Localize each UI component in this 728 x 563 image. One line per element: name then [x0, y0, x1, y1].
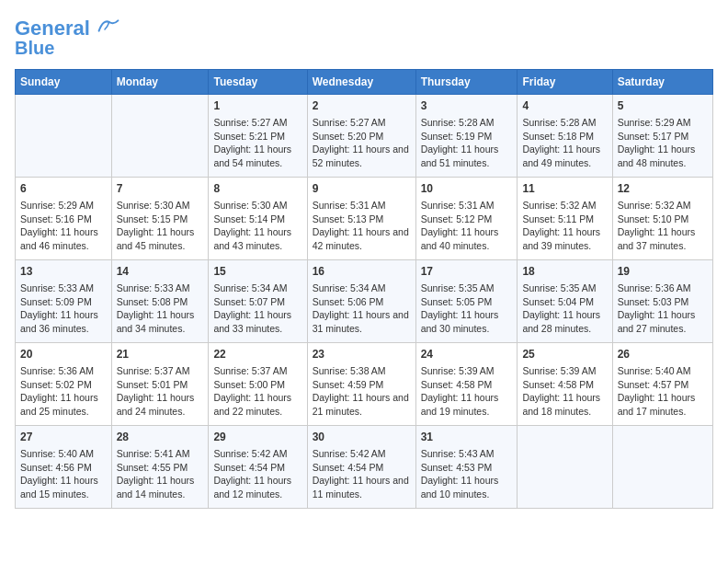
- day-info: Sunrise: 5:32 AM Sunset: 5:10 PM Dayligh…: [618, 200, 696, 251]
- day-number: 22: [213, 347, 301, 362]
- day-header-sunday: Sunday: [16, 70, 112, 95]
- calendar-cell: 28Sunrise: 5:41 AM Sunset: 4:55 PM Dayli…: [111, 426, 209, 509]
- day-info: Sunrise: 5:31 AM Sunset: 5:12 PM Dayligh…: [421, 200, 499, 251]
- day-number: 21: [117, 347, 204, 362]
- calendar-cell: 17Sunrise: 5:35 AM Sunset: 5:05 PM Dayli…: [415, 260, 518, 343]
- day-header-friday: Friday: [518, 70, 612, 95]
- day-info: Sunrise: 5:36 AM Sunset: 5:02 PM Dayligh…: [20, 365, 98, 417]
- day-number: 31: [421, 430, 513, 445]
- week-row-5: 27Sunrise: 5:40 AM Sunset: 4:56 PM Dayli…: [16, 426, 713, 509]
- day-info: Sunrise: 5:33 AM Sunset: 5:09 PM Dayligh…: [20, 282, 98, 334]
- day-info: Sunrise: 5:40 AM Sunset: 4:56 PM Dayligh…: [20, 448, 98, 500]
- day-number: 3: [421, 98, 513, 114]
- day-number: 23: [313, 347, 411, 362]
- day-info: Sunrise: 5:39 AM Sunset: 4:58 PM Dayligh…: [522, 365, 600, 417]
- calendar-cell: 1Sunrise: 5:27 AM Sunset: 5:21 PM Daylig…: [209, 95, 307, 178]
- day-info: Sunrise: 5:43 AM Sunset: 4:53 PM Dayligh…: [421, 448, 499, 500]
- calendar-cell: 27Sunrise: 5:40 AM Sunset: 4:56 PM Dayli…: [16, 426, 112, 509]
- week-row-2: 6Sunrise: 5:29 AM Sunset: 5:16 PM Daylig…: [16, 178, 713, 260]
- day-number: 27: [20, 430, 107, 445]
- day-info: Sunrise: 5:37 AM Sunset: 5:00 PM Dayligh…: [213, 365, 291, 417]
- calendar-cell: 23Sunrise: 5:38 AM Sunset: 4:59 PM Dayli…: [307, 343, 415, 426]
- logo-text2: Blue: [15, 38, 119, 58]
- day-info: Sunrise: 5:42 AM Sunset: 4:54 PM Dayligh…: [313, 448, 409, 500]
- calendar-cell: 29Sunrise: 5:42 AM Sunset: 4:54 PM Dayli…: [209, 426, 307, 509]
- day-header-saturday: Saturday: [612, 70, 712, 95]
- day-header-thursday: Thursday: [415, 70, 518, 95]
- day-number: 16: [313, 264, 411, 280]
- day-number: 7: [117, 181, 204, 197]
- day-number: 4: [522, 98, 607, 114]
- day-number: 28: [117, 430, 204, 445]
- week-row-1: 1Sunrise: 5:27 AM Sunset: 5:21 PM Daylig…: [16, 95, 713, 178]
- day-header-monday: Monday: [111, 70, 209, 95]
- calendar-cell: 14Sunrise: 5:33 AM Sunset: 5:08 PM Dayli…: [111, 260, 209, 343]
- calendar-cell: 22Sunrise: 5:37 AM Sunset: 5:00 PM Dayli…: [209, 343, 307, 426]
- calendar-cell: 24Sunrise: 5:39 AM Sunset: 4:58 PM Dayli…: [415, 343, 518, 426]
- calendar-cell: 18Sunrise: 5:35 AM Sunset: 5:04 PM Dayli…: [518, 260, 612, 343]
- calendar-cell: 3Sunrise: 5:28 AM Sunset: 5:19 PM Daylig…: [415, 95, 518, 178]
- day-info: Sunrise: 5:42 AM Sunset: 4:54 PM Dayligh…: [213, 448, 291, 500]
- day-number: 1: [213, 98, 301, 114]
- calendar-cell: 20Sunrise: 5:36 AM Sunset: 5:02 PM Dayli…: [16, 343, 112, 426]
- day-number: 10: [421, 181, 513, 197]
- logo-text: General: [15, 15, 119, 40]
- day-number: 30: [313, 430, 411, 445]
- calendar-cell: 2Sunrise: 5:27 AM Sunset: 5:20 PM Daylig…: [307, 95, 415, 178]
- week-row-3: 13Sunrise: 5:33 AM Sunset: 5:09 PM Dayli…: [16, 260, 713, 343]
- day-info: Sunrise: 5:27 AM Sunset: 5:20 PM Dayligh…: [313, 117, 409, 168]
- day-info: Sunrise: 5:38 AM Sunset: 4:59 PM Dayligh…: [313, 365, 409, 417]
- day-info: Sunrise: 5:30 AM Sunset: 5:14 PM Dayligh…: [213, 200, 291, 251]
- calendar-table: SundayMondayTuesdayWednesdayThursdayFrid…: [15, 69, 713, 509]
- day-info: Sunrise: 5:40 AM Sunset: 4:57 PM Dayligh…: [618, 365, 696, 417]
- calendar-cell: 10Sunrise: 5:31 AM Sunset: 5:12 PM Dayli…: [415, 178, 518, 260]
- calendar-cell: [16, 95, 112, 178]
- calendar-cell: 16Sunrise: 5:34 AM Sunset: 5:06 PM Dayli…: [307, 260, 415, 343]
- day-info: Sunrise: 5:39 AM Sunset: 4:58 PM Dayligh…: [421, 365, 499, 417]
- calendar-cell: 30Sunrise: 5:42 AM Sunset: 4:54 PM Dayli…: [307, 426, 415, 509]
- calendar-cell: 8Sunrise: 5:30 AM Sunset: 5:14 PM Daylig…: [209, 178, 307, 260]
- day-number: 2: [313, 98, 411, 114]
- logo: General Blue: [15, 15, 119, 58]
- calendar-cell: 31Sunrise: 5:43 AM Sunset: 4:53 PM Dayli…: [415, 426, 518, 509]
- day-number: 9: [313, 181, 411, 197]
- day-info: Sunrise: 5:27 AM Sunset: 5:21 PM Dayligh…: [213, 117, 291, 168]
- day-number: 24: [421, 347, 513, 362]
- day-number: 12: [618, 181, 708, 197]
- day-number: 5: [618, 98, 708, 114]
- day-info: Sunrise: 5:37 AM Sunset: 5:01 PM Dayligh…: [117, 365, 195, 417]
- day-number: 6: [20, 181, 107, 197]
- day-info: Sunrise: 5:28 AM Sunset: 5:18 PM Dayligh…: [522, 117, 600, 168]
- day-number: 20: [20, 347, 107, 362]
- day-info: Sunrise: 5:35 AM Sunset: 5:04 PM Dayligh…: [522, 282, 600, 334]
- day-info: Sunrise: 5:41 AM Sunset: 4:55 PM Dayligh…: [117, 448, 195, 500]
- day-info: Sunrise: 5:28 AM Sunset: 5:19 PM Dayligh…: [421, 117, 499, 168]
- day-info: Sunrise: 5:31 AM Sunset: 5:13 PM Dayligh…: [313, 200, 409, 251]
- calendar-cell: 13Sunrise: 5:33 AM Sunset: 5:09 PM Dayli…: [16, 260, 112, 343]
- calendar-cell: 15Sunrise: 5:34 AM Sunset: 5:07 PM Dayli…: [209, 260, 307, 343]
- calendar-cell: 7Sunrise: 5:30 AM Sunset: 5:15 PM Daylig…: [111, 178, 209, 260]
- day-number: 13: [20, 264, 107, 280]
- calendar-cell: 11Sunrise: 5:32 AM Sunset: 5:11 PM Dayli…: [518, 178, 612, 260]
- day-header-wednesday: Wednesday: [307, 70, 415, 95]
- day-number: 29: [213, 430, 301, 445]
- calendar-cell: [518, 426, 612, 509]
- calendar-cell: 5Sunrise: 5:29 AM Sunset: 5:17 PM Daylig…: [612, 95, 712, 178]
- calendar-cell: [111, 95, 209, 178]
- day-info: Sunrise: 5:30 AM Sunset: 5:15 PM Dayligh…: [117, 200, 195, 251]
- day-number: 19: [618, 264, 708, 280]
- day-number: 18: [522, 264, 607, 280]
- day-info: Sunrise: 5:36 AM Sunset: 5:03 PM Dayligh…: [618, 282, 696, 334]
- day-number: 25: [522, 347, 607, 362]
- day-info: Sunrise: 5:32 AM Sunset: 5:11 PM Dayligh…: [522, 200, 600, 251]
- calendar-cell: 4Sunrise: 5:28 AM Sunset: 5:18 PM Daylig…: [518, 95, 612, 178]
- day-number: 14: [117, 264, 204, 280]
- calendar-cell: 12Sunrise: 5:32 AM Sunset: 5:10 PM Dayli…: [612, 178, 712, 260]
- day-header-tuesday: Tuesday: [209, 70, 307, 95]
- day-info: Sunrise: 5:34 AM Sunset: 5:06 PM Dayligh…: [313, 282, 409, 334]
- calendar-cell: 25Sunrise: 5:39 AM Sunset: 4:58 PM Dayli…: [518, 343, 612, 426]
- calendar-cell: 21Sunrise: 5:37 AM Sunset: 5:01 PM Dayli…: [111, 343, 209, 426]
- calendar-cell: 26Sunrise: 5:40 AM Sunset: 4:57 PM Dayli…: [612, 343, 712, 426]
- day-number: 15: [213, 264, 301, 280]
- logo-bird-icon: [97, 17, 119, 35]
